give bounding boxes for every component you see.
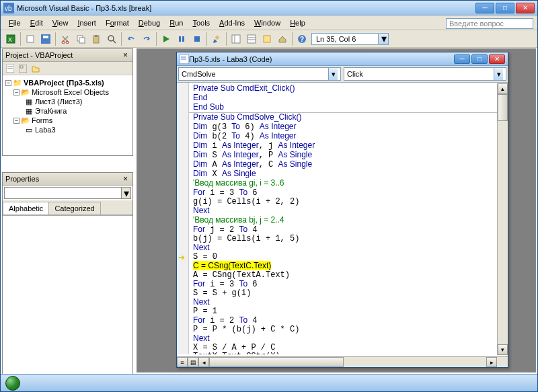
menu-format[interactable]: Format xyxy=(102,17,133,28)
start-button[interactable] xyxy=(1,375,25,392)
form-node[interactable]: Laba3 xyxy=(35,126,56,134)
scroll-left-button[interactable]: ◂ xyxy=(198,357,209,367)
execution-pointer-icon: ➔ xyxy=(178,253,185,262)
object-combo[interactable]: CmdSolve▾ xyxy=(178,67,341,81)
run-button[interactable] xyxy=(159,32,174,46)
worksheet-icon: ▦ xyxy=(24,97,34,106)
menu-run[interactable]: Run xyxy=(165,17,187,28)
svg-point-13 xyxy=(108,36,114,41)
break-button[interactable] xyxy=(174,32,189,46)
menu-view[interactable]: View xyxy=(48,17,73,28)
svg-rect-4 xyxy=(27,36,34,42)
view-object-button[interactable] xyxy=(17,63,29,75)
codewin-close-button[interactable]: ✕ xyxy=(489,54,505,64)
project-toolbar xyxy=(3,62,132,75)
window-title: Microsoft Visual Basic - Пр3-5.xls [brea… xyxy=(17,4,475,12)
project-tree[interactable]: −📁VBAProject (Пр3-5.xls) −📂Microsoft Exc… xyxy=(3,75,132,155)
menu-window[interactable]: Window xyxy=(250,17,284,28)
svg-rect-16 xyxy=(182,36,184,42)
tab-categorized[interactable]: Categorized xyxy=(48,202,100,214)
code-icon xyxy=(180,54,189,64)
project-panel-title[interactable]: Project - VBAProject × xyxy=(3,49,132,62)
project-panel-close-icon[interactable]: × xyxy=(121,50,130,60)
procedure-combo[interactable]: Click▾ xyxy=(344,67,506,81)
titlebar[interactable]: vb Microsoft Visual Basic - Пр3-5.xls [b… xyxy=(1,1,537,15)
menu-file[interactable]: File xyxy=(5,17,25,28)
svg-rect-6 xyxy=(43,36,48,38)
redo-button[interactable] xyxy=(139,32,154,46)
design-mode-button[interactable] xyxy=(209,32,224,46)
workbook-node[interactable]: ЭтаКнига xyxy=(35,107,67,115)
svg-rect-19 xyxy=(232,35,240,43)
menu-edit[interactable]: Edit xyxy=(26,17,47,28)
svg-rect-21 xyxy=(247,35,256,43)
form-icon: ▭ xyxy=(24,126,34,134)
toggle-folders-button[interactable] xyxy=(30,63,42,75)
code-window: Пр3-5.xls - Laba3 (Code) ─ □ ✕ CmdSolve▾… xyxy=(176,52,508,368)
codewin-titlebar[interactable]: Пр3-5.xls - Laba3 (Code) ─ □ ✕ xyxy=(177,52,508,66)
view-code-button[interactable] xyxy=(4,63,16,75)
project-explorer-button[interactable] xyxy=(229,32,243,46)
scroll-up-button[interactable]: ▴ xyxy=(498,83,508,94)
forms-folder[interactable]: Forms xyxy=(32,116,52,124)
save-button[interactable] xyxy=(38,32,53,46)
menu-insert[interactable]: Insert xyxy=(73,17,100,28)
project-icon: 📁 xyxy=(13,79,22,87)
project-root-node[interactable]: VBAProject (Пр3-5.xls) xyxy=(24,79,104,87)
mdi-client-area: Пр3-5.xls - Laba3 (Code) ─ □ ✕ CmdSolve▾… xyxy=(137,48,536,373)
menu-debug[interactable]: Debug xyxy=(134,17,164,28)
toolbox-button[interactable] xyxy=(275,32,290,46)
scroll-down-button[interactable]: ▾ xyxy=(498,344,508,355)
svg-text:vb: vb xyxy=(5,5,12,12)
code-margin[interactable]: ➔ xyxy=(177,83,189,354)
horizontal-scrollbar[interactable]: ≡ ▤ ◂ ▸ xyxy=(177,356,508,367)
copy-button[interactable] xyxy=(73,32,88,46)
full-module-view-button[interactable]: ▤ xyxy=(188,357,198,367)
ask-question-input[interactable] xyxy=(446,18,533,29)
codewin-maximize-button[interactable]: □ xyxy=(471,54,488,64)
codewin-minimize-button[interactable]: ─ xyxy=(454,54,470,64)
folder-icon: 📂 xyxy=(21,116,30,124)
procedure-view-button[interactable]: ≡ xyxy=(177,357,188,367)
object-browser-button[interactable] xyxy=(260,32,274,46)
properties-title-text: Properties xyxy=(5,175,39,183)
reset-button[interactable] xyxy=(190,32,204,46)
find-button[interactable] xyxy=(104,32,119,46)
svg-text:X: X xyxy=(8,36,12,43)
menu-tools[interactable]: Tools xyxy=(188,17,214,28)
properties-window-button[interactable] xyxy=(244,32,259,46)
chevron-down-icon: ▾ xyxy=(494,68,503,80)
menu-addins[interactable]: Add-Ins xyxy=(215,17,249,28)
close-button[interactable]: ✕ xyxy=(516,3,535,13)
scroll-right-button[interactable]: ▸ xyxy=(486,357,497,367)
workbook-icon: ▦ xyxy=(24,107,34,115)
menu-help[interactable]: Help xyxy=(286,17,309,28)
windows-taskbar[interactable] xyxy=(1,374,537,391)
maximize-button[interactable]: □ xyxy=(496,3,514,13)
svg-rect-12 xyxy=(95,35,98,37)
position-dropdown[interactable]: ▾ xyxy=(379,33,389,45)
sheet-node[interactable]: Лист3 (Лист3) xyxy=(35,97,82,106)
minimize-button[interactable]: ─ xyxy=(475,3,494,13)
object-combo-value: CmdSolve xyxy=(182,70,216,78)
chevron-down-icon: ▾ xyxy=(121,188,130,198)
excel-objects-folder[interactable]: Microsoft Excel Objects xyxy=(32,88,109,96)
undo-button[interactable] xyxy=(124,32,139,46)
properties-panel-title[interactable]: Properties × xyxy=(3,173,132,186)
tab-alphabetic[interactable]: Alphabetic xyxy=(3,202,49,214)
hscroll-thumb[interactable] xyxy=(209,357,344,367)
insert-button[interactable] xyxy=(23,32,38,46)
svg-rect-10 xyxy=(79,38,85,43)
view-excel-button[interactable]: X xyxy=(3,32,18,46)
scroll-thumb[interactable] xyxy=(498,94,508,121)
cut-button[interactable] xyxy=(58,32,73,46)
code-editor[interactable]: ➔ Private Sub CmdExit_Click() End End Su… xyxy=(177,83,508,354)
help-button[interactable]: ? xyxy=(295,32,309,46)
codewin-title: Пр3-5.xls - Laba3 (Code) xyxy=(189,55,454,63)
properties-grid[interactable] xyxy=(3,215,132,375)
properties-object-combo[interactable]: ▾ xyxy=(4,187,131,199)
properties-close-icon[interactable]: × xyxy=(121,174,130,184)
vertical-scrollbar[interactable]: ▴ ▾ xyxy=(497,83,508,355)
code-text[interactable]: Private Sub CmdExit_Click() End End Sub … xyxy=(189,83,497,354)
paste-button[interactable] xyxy=(89,32,104,46)
